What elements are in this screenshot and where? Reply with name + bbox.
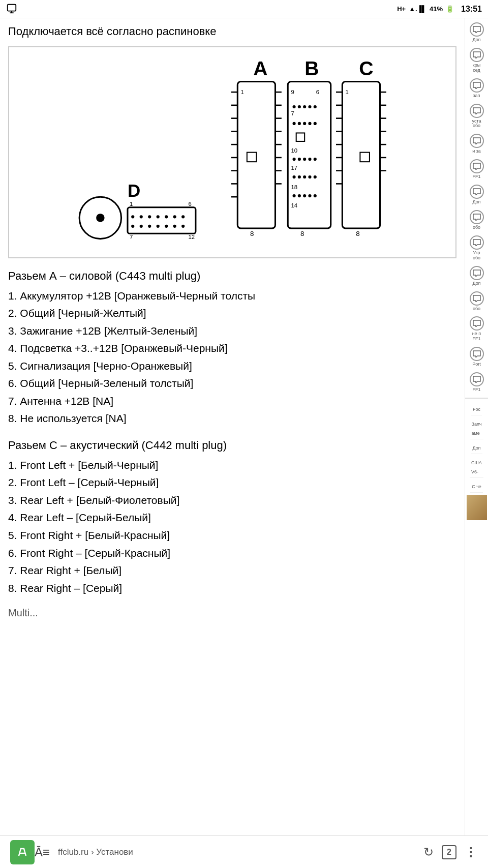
list-item: 6. Общий [Черный-Зеленый толстый]	[8, 375, 456, 393]
svg-point-100	[181, 224, 185, 227]
sidebar-label-7: Доп	[472, 200, 480, 205]
svg-rect-42	[296, 133, 304, 141]
comment-icon-9	[470, 235, 484, 250]
sidebar-label-14: FF1	[472, 387, 480, 393]
svg-point-89	[148, 215, 151, 218]
svg-rect-27	[247, 152, 257, 162]
sidebar-label-8: обо	[473, 225, 480, 230]
sidebar-item-8[interactable]: обо	[465, 208, 488, 232]
svg-text:9: 9	[291, 89, 294, 95]
svg-point-98	[165, 224, 168, 227]
sidebar-item-9[interactable]: Укробо	[465, 233, 488, 263]
list-item: 1. Аккумулятор +12В [Оранжевый-Черный то…	[8, 287, 456, 305]
comment-icon-1	[470, 22, 484, 37]
battery-icon: 🔋	[446, 5, 454, 13]
right-panel-zap[interactable]: Запчаме	[470, 416, 483, 439]
list-item: 2. Общий [Черный-Желтый]	[8, 305, 456, 322]
svg-text:7: 7	[291, 110, 294, 116]
svg-text:C: C	[359, 57, 373, 79]
svg-rect-0	[8, 5, 16, 11]
sidebar-item-1[interactable]: Доп	[465, 20, 488, 45]
svg-text:6: 6	[316, 89, 319, 95]
sidebar-item-7[interactable]: Доп	[465, 183, 488, 207]
svg-point-95	[140, 224, 143, 227]
svg-point-54	[314, 175, 317, 178]
svg-point-51	[298, 175, 301, 178]
svg-text:18: 18	[291, 184, 297, 190]
comment-icon-7	[470, 185, 484, 199]
intro-text: Подключается всё согласно распиновке	[8, 24, 456, 39]
list-item: 4. Подсветка +3..+12В [Оранжевый-Черный]	[8, 340, 456, 357]
list-item: 7. Антенна +12В [NA]	[8, 393, 456, 410]
svg-point-40	[308, 122, 311, 125]
comment-icon-8	[470, 210, 484, 224]
svg-point-32	[298, 105, 301, 108]
list-item: 5. Сигнализация [Черно-Оранжевый]	[8, 357, 456, 375]
comment-icon-14	[470, 372, 484, 386]
svg-text:B: B	[304, 57, 319, 79]
svg-point-45	[298, 157, 301, 160]
refresh-icon[interactable]: ↻	[423, 845, 434, 859]
sidebar-item-12[interactable]: не пFF1	[465, 314, 488, 344]
section-a-pins: 1. Аккумулятор +12В [Оранжевый-Черный то…	[8, 287, 456, 428]
sidebar-item-5[interactable]: и за	[465, 132, 488, 156]
continuation-text: Мulti...	[8, 607, 456, 619]
svg-point-41	[314, 122, 317, 125]
right-panel-foc[interactable]: Foc	[471, 402, 482, 415]
svg-text:7: 7	[130, 233, 133, 240]
svg-text:8: 8	[300, 230, 304, 237]
sidebar-label-3: зап	[473, 94, 480, 99]
svg-point-39	[303, 122, 306, 125]
svg-point-47	[308, 157, 311, 160]
sidebar-item-10[interactable]: Доп	[465, 264, 488, 288]
connector-diagram: A B C D 1	[8, 46, 456, 258]
svg-point-58	[303, 194, 306, 197]
section-c-title: Разьем С – акустический (С442 multi plug…	[8, 438, 456, 454]
sidebar-item-2[interactable]: крысед	[465, 46, 488, 75]
svg-point-90	[157, 215, 160, 218]
right-panel-usa[interactable]: СШАV6-	[470, 455, 483, 478]
bottom-navigation-bar: Ā≡ ffclub.ru › Установи ↻ 2 ⋮	[0, 835, 488, 868]
list-item: 8. Rear Right – [Серый]	[8, 580, 456, 597]
sidebar-item-14[interactable]: FF1	[465, 370, 488, 395]
svg-text:17: 17	[291, 164, 297, 170]
browser-logo[interactable]	[10, 840, 35, 864]
svg-point-88	[140, 215, 143, 218]
list-item: 3. Зажигание +12В [Желтый-Зеленый]	[8, 322, 456, 340]
svg-point-93	[181, 215, 185, 218]
svg-text:1: 1	[346, 89, 349, 95]
svg-point-33	[303, 105, 306, 108]
svg-point-96	[148, 224, 151, 227]
svg-point-97	[157, 224, 160, 227]
sidebar-item-11[interactable]: обо	[465, 289, 488, 314]
battery-percent: 41%	[430, 5, 443, 13]
sidebar-divider	[465, 398, 488, 399]
list-item: 1. Front Left + [Белый-Черный]	[8, 457, 456, 474]
sidebar-label-1: Доп	[472, 38, 480, 43]
svg-text:6: 6	[188, 200, 191, 206]
sidebar-item-4[interactable]: устаобо	[465, 102, 488, 131]
text-format-icon[interactable]: Ā≡	[35, 845, 50, 859]
svg-point-94	[131, 224, 134, 227]
svg-point-46	[303, 157, 306, 160]
sidebar-label-4: устаобо	[472, 119, 481, 129]
right-panel-sch[interactable]: С че	[470, 479, 483, 493]
tabs-button[interactable]: 2	[442, 845, 456, 859]
sidebar-item-3[interactable]: зап	[465, 76, 488, 101]
right-panel-dop[interactable]: Доп	[471, 440, 482, 454]
sidebar-label-6: FF1	[472, 174, 480, 179]
panel-label-usa: СШАV6-	[471, 460, 482, 474]
list-item: 8. Не используется [NA]	[8, 410, 456, 428]
right-sidebar: Доп крысед зап устаобо и за	[465, 18, 488, 868]
notification-icon	[6, 3, 17, 16]
menu-icon[interactable]: ⋮	[465, 845, 478, 859]
list-item: 2. Front Left – [Серый-Черный]	[8, 474, 456, 492]
svg-point-48	[314, 157, 317, 160]
svg-point-83	[96, 214, 104, 222]
section-c-pins: 1. Front Left + [Белый-Черный] 2. Front …	[8, 457, 456, 597]
sidebar-item-6[interactable]: FF1	[465, 157, 488, 182]
svg-text:8: 8	[250, 230, 254, 237]
svg-point-38	[298, 122, 301, 125]
url-bar[interactable]: ffclub.ru › Установи	[58, 847, 415, 857]
sidebar-item-13[interactable]: Port	[465, 345, 488, 369]
